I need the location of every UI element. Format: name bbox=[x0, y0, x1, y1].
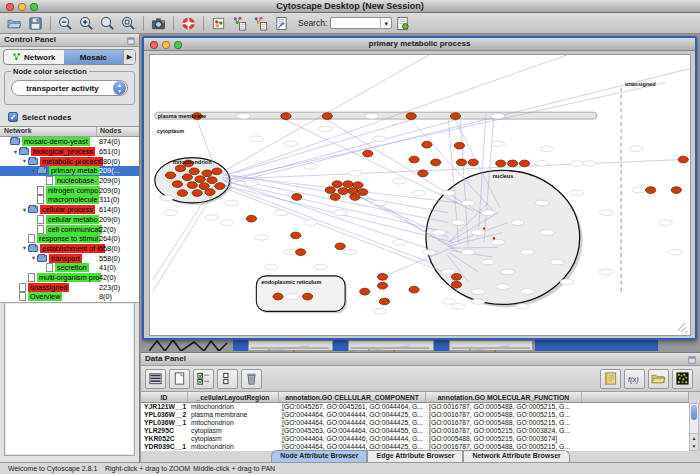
select-nodes-checkbox[interactable]: ✓ bbox=[8, 112, 18, 122]
network-node[interactable] bbox=[406, 113, 416, 120]
merge-networks-2-button[interactable] bbox=[251, 14, 270, 32]
dropdown-arrows-icon[interactable]: ▲▼ bbox=[113, 81, 126, 95]
network-node[interactable] bbox=[343, 181, 353, 188]
network-node[interactable] bbox=[409, 286, 419, 293]
new-attribute-button[interactable] bbox=[169, 369, 190, 389]
network-node[interactable] bbox=[187, 182, 197, 189]
network-node[interactable] bbox=[451, 281, 461, 288]
column-header[interactable]: _cellularLayoutRegion bbox=[188, 392, 279, 402]
network-node-small[interactable] bbox=[493, 237, 496, 240]
scrollbar-arrows[interactable]: ▲▼ bbox=[690, 433, 698, 450]
network-node[interactable] bbox=[338, 188, 348, 195]
network-node[interactable] bbox=[192, 190, 202, 197]
network-node[interactable] bbox=[195, 176, 205, 183]
tree-row[interactable]: ▼primary metab209(... bbox=[0, 166, 139, 176]
network-node[interactable] bbox=[363, 150, 373, 157]
network-node[interactable] bbox=[246, 215, 256, 222]
network-node[interactable] bbox=[296, 249, 306, 256]
tree-row[interactable]: ▼cellular process614(0) bbox=[0, 205, 139, 215]
network-node[interactable] bbox=[519, 160, 529, 167]
tree-row[interactable]: secretion41(0) bbox=[0, 263, 139, 273]
network-node[interactable] bbox=[199, 183, 209, 190]
network-node[interactable] bbox=[175, 165, 185, 172]
network-node[interactable] bbox=[207, 177, 217, 184]
network-node[interactable] bbox=[182, 174, 192, 181]
network-node[interactable] bbox=[302, 293, 312, 300]
background-window-edge[interactable] bbox=[333, 340, 348, 351]
column-header[interactable]: annotation.GO CELLULAR_COMPONENT bbox=[279, 392, 426, 402]
annotation-button[interactable] bbox=[272, 14, 291, 32]
column-header[interactable]: ID bbox=[141, 392, 188, 402]
network-node[interactable] bbox=[205, 189, 215, 196]
background-window-edge[interactable] bbox=[434, 340, 449, 351]
resize-grip-icon[interactable] bbox=[677, 323, 687, 333]
vizmap-button[interactable] bbox=[209, 14, 228, 32]
tree-row[interactable]: cellular metabo209(0) bbox=[0, 215, 139, 225]
network-node[interactable] bbox=[377, 282, 387, 289]
column-header[interactable]: annotation.GO MOLECULAR_FUNCTION bbox=[426, 392, 582, 402]
import-folder-button[interactable] bbox=[648, 369, 669, 389]
window-titlebar[interactable]: Cytoscape Desktop (New Session) bbox=[0, 0, 700, 13]
network-node-small[interactable] bbox=[483, 227, 486, 230]
network-node[interactable] bbox=[177, 190, 187, 197]
background-window-preview[interactable] bbox=[248, 340, 333, 351]
merge-networks-button[interactable] bbox=[230, 14, 249, 32]
network-node[interactable] bbox=[281, 113, 291, 120]
network-edge[interactable] bbox=[220, 183, 429, 262]
background-window-preview[interactable] bbox=[449, 340, 533, 351]
network-node[interactable] bbox=[456, 159, 466, 166]
table-row[interactable]: YPL036W__1mitochondrion[GO:0044464, GO:0… bbox=[141, 419, 689, 427]
network-edge[interactable] bbox=[226, 160, 683, 180]
table-scrollbar[interactable]: ▲▼ bbox=[689, 403, 699, 451]
network-node[interactable] bbox=[330, 194, 340, 201]
tab-overflow-arrow[interactable]: ▶ bbox=[123, 50, 135, 64]
expand-triangle-icon[interactable]: ▼ bbox=[12, 149, 19, 155]
network-node[interactable] bbox=[422, 141, 432, 148]
table-row[interactable]: YLR295Ccytoplasm[GO:0045263, GO:0044464,… bbox=[141, 427, 689, 435]
network-node[interactable] bbox=[172, 181, 182, 188]
search-dropdown-arrow-icon[interactable]: ▾ bbox=[380, 18, 391, 29]
tab-network[interactable]: Network bbox=[4, 50, 64, 64]
network-node[interactable] bbox=[292, 194, 302, 201]
expand-triangle-icon[interactable]: ▼ bbox=[30, 255, 37, 261]
network-node[interactable] bbox=[418, 170, 428, 177]
network-node[interactable] bbox=[450, 113, 460, 120]
expand-triangle-icon[interactable]: ▼ bbox=[30, 168, 37, 174]
notes-button[interactable] bbox=[600, 369, 621, 389]
tab-edge-attribute-browser[interactable]: Edge Attribute Browser bbox=[367, 450, 463, 462]
tree-row[interactable]: macromolecule311(0) bbox=[0, 195, 139, 205]
tree-header-nodes[interactable]: Nodes bbox=[97, 127, 139, 136]
network-node[interactable] bbox=[335, 243, 345, 250]
network-node[interactable] bbox=[451, 273, 461, 280]
snapshot-button[interactable] bbox=[149, 14, 168, 32]
background-window-edge[interactable] bbox=[535, 340, 658, 351]
network-node[interactable] bbox=[273, 293, 283, 300]
table-row[interactable]: YJR121W__1mitochondrion[GO:0045267, GO:0… bbox=[141, 403, 689, 411]
delete-attribute-button[interactable] bbox=[241, 369, 262, 389]
network-node[interactable] bbox=[646, 187, 656, 194]
tab-node-attribute-browser[interactable]: Node Attribute Browser bbox=[271, 450, 367, 462]
zoom-out-button[interactable] bbox=[56, 14, 75, 32]
unselect-attributes-button[interactable] bbox=[217, 369, 238, 389]
zoom-fit-button[interactable] bbox=[98, 14, 117, 32]
tab-mosaic[interactable]: Mosaic bbox=[64, 50, 124, 64]
network-node[interactable] bbox=[291, 232, 301, 239]
tree-row[interactable]: multi-organism pro42(0) bbox=[0, 273, 139, 283]
network-node[interactable] bbox=[350, 194, 360, 201]
network-node[interactable] bbox=[508, 160, 518, 167]
tree-row[interactable]: mosaic-demo-yeast874(0) bbox=[0, 137, 139, 147]
expand-triangle-icon[interactable]: ▼ bbox=[21, 158, 28, 164]
matrix-button[interactable] bbox=[672, 369, 693, 389]
tree-row[interactable]: unassigned223(0) bbox=[0, 282, 139, 292]
tree-row[interactable]: Overview8(0) bbox=[0, 292, 139, 302]
tree-row[interactable]: ▼metabolic process280(0) bbox=[0, 156, 139, 166]
node-color-dropdown[interactable]: transporter activity ▲▼ bbox=[11, 80, 128, 96]
network-node[interactable] bbox=[379, 298, 389, 305]
birdseye-view[interactable] bbox=[4, 302, 135, 456]
tree-row[interactable]: nucleobase-209(0) bbox=[0, 176, 139, 186]
network-node[interactable] bbox=[409, 156, 419, 163]
network-node[interactable] bbox=[322, 113, 332, 120]
network-node[interactable] bbox=[377, 273, 387, 280]
network-node[interactable] bbox=[671, 187, 681, 194]
network-node[interactable] bbox=[325, 187, 335, 194]
